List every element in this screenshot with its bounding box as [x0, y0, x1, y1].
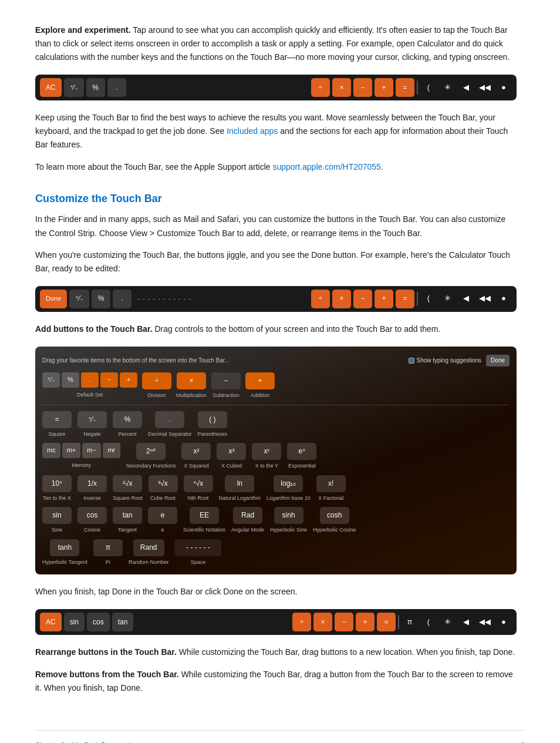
calc-decimal-btn[interactable]: .: [155, 411, 184, 428]
calc-tanh-btn[interactable]: tanh: [50, 539, 79, 556]
tb3-sub-btn[interactable]: −: [335, 613, 353, 631]
calc-done-button[interactable]: Done: [486, 355, 510, 367]
tb-vol-icon[interactable]: ◀◀: [477, 79, 493, 96]
apple-support-link[interactable]: support.apple.com/HT207055: [272, 162, 380, 172]
tb3-mul-btn[interactable]: ×: [313, 613, 332, 631]
calc-ln-btn[interactable]: ln: [225, 475, 254, 492]
calc-sub-btn[interactable]: −: [211, 372, 241, 389]
calc-ee-btn[interactable]: EE: [190, 507, 219, 524]
tb3-tan-btn[interactable]: tan: [112, 613, 134, 631]
calc-xsq-btn[interactable]: x²: [181, 443, 211, 460]
tb-neg-btn[interactable]: ⁺∕₋: [64, 78, 84, 97]
calc-drag-text: Drag your favorite items to the bottom o…: [42, 356, 230, 365]
intro-paragraph: Explore and experiment. Tap around to se…: [35, 23, 517, 64]
tb2-eq-btn[interactable]: =: [396, 290, 414, 308]
tb3-cos-btn[interactable]: cos: [87, 613, 110, 631]
tb-dot-btn[interactable]: .: [107, 78, 126, 97]
tb3-paren-icon[interactable]: (: [420, 614, 437, 630]
tb3-add-btn[interactable]: +: [356, 613, 375, 631]
calc-sin-btn[interactable]: sin: [42, 507, 72, 524]
tb3-back-icon[interactable]: ◀: [458, 614, 474, 630]
tb-eq-btn[interactable]: =: [396, 78, 414, 97]
calc-e-btn[interactable]: e: [148, 507, 177, 524]
calc-inv-label: Inverse: [83, 494, 101, 502]
tb3-sin-btn[interactable]: sin: [64, 613, 85, 631]
calc-ten-btn[interactable]: 10ˣ: [42, 475, 72, 492]
tb-mul-btn[interactable]: ×: [332, 78, 351, 97]
calc-div-btn[interactable]: ÷: [142, 372, 171, 389]
show-typing-checkbox[interactable]: Show typing suggestions: [409, 356, 481, 365]
calc-square-btn[interactable]: =: [42, 411, 72, 428]
calc-sqrt-btn[interactable]: ²√x: [113, 475, 142, 492]
calc-tb-add2[interactable]: +: [120, 372, 137, 388]
tb3-moon-icon[interactable]: ●: [495, 614, 512, 630]
calc-rad-btn[interactable]: Rad: [233, 507, 262, 524]
touchbar-calculator-plain: AC ⁺∕₋ % . ÷ × − + = ( ✳ ◀ ◀◀ ●: [35, 75, 517, 100]
calc-add-btn[interactable]: +: [245, 372, 275, 389]
calc-tb-neg[interactable]: ⁺∕₋: [42, 372, 60, 388]
tb2-neg-btn[interactable]: ⁺∕₋: [69, 290, 89, 308]
tb2-star-icon[interactable]: ✳: [439, 291, 456, 307]
calc-fact-btn[interactable]: x!: [316, 475, 346, 492]
tb3-vol-icon[interactable]: ◀◀: [477, 614, 493, 630]
tb2-moon-icon[interactable]: ●: [495, 291, 512, 307]
tb3-div-btn[interactable]: ÷: [292, 613, 311, 631]
calc-tb-sub2[interactable]: −: [100, 372, 118, 388]
calc-xtoy-btn[interactable]: xʸ: [252, 443, 281, 460]
calc-percent-btn[interactable]: %: [113, 411, 142, 428]
tb-moon-icon[interactable]: ●: [495, 79, 512, 96]
calc-tb-dot[interactable]: .: [81, 372, 99, 388]
tb-pct-btn[interactable]: %: [86, 78, 105, 97]
tb2-add-btn[interactable]: +: [375, 290, 393, 308]
calc-rand-group: Rand Random Number: [129, 539, 169, 567]
calc-mp-btn[interactable]: m+: [62, 443, 81, 458]
tb-add-btn[interactable]: +: [375, 78, 393, 97]
tb-back-icon[interactable]: ◀: [458, 79, 474, 96]
tb-sub-btn[interactable]: −: [353, 78, 372, 97]
calc-div-label: Division: [147, 391, 166, 399]
calc-mul-btn[interactable]: ×: [177, 372, 206, 389]
calc-pi-btn[interactable]: π: [93, 539, 123, 556]
calc-percent-label: Percent: [118, 430, 136, 438]
calc-space-btn[interactable]: - - - - - -: [174, 539, 221, 556]
tb3-eq-btn[interactable]: =: [377, 613, 396, 631]
tb-star-icon[interactable]: ✳: [439, 79, 456, 96]
calc-inv-btn[interactable]: 1/x: [77, 475, 107, 492]
calc-log-btn[interactable]: log₁₀: [274, 475, 303, 492]
tb3-pi-icon[interactable]: π: [402, 614, 418, 630]
included-apps-link[interactable]: Included apps: [227, 126, 278, 136]
tb2-back-icon[interactable]: ◀: [458, 291, 474, 307]
tb2-dot-btn[interactable]: .: [113, 290, 131, 308]
calc-negate-btn[interactable]: ⁺∕₋: [77, 411, 107, 428]
calc-sinh-btn[interactable]: sinh: [274, 507, 303, 524]
calc-2nd-btn[interactable]: 2ⁿᵈ: [136, 443, 166, 460]
tb-ac-btn[interactable]: AC: [40, 78, 62, 97]
calc-mc-btn[interactable]: mc: [42, 443, 60, 458]
tb2-pct-btn[interactable]: %: [92, 290, 110, 308]
calc-cos-btn[interactable]: cos: [77, 507, 107, 524]
tb3-ac-btn[interactable]: AC: [40, 613, 62, 631]
tb-done-btn[interactable]: Done: [40, 290, 67, 308]
calc-tb-pct[interactable]: %: [62, 372, 79, 388]
calc-secondary-label: Secondary Functions: [126, 462, 176, 470]
tb2-mul-btn[interactable]: ×: [332, 290, 351, 308]
calc-tan-btn[interactable]: tan: [113, 507, 142, 524]
tb-paren-icon[interactable]: (: [420, 79, 437, 96]
calc-exp-btn[interactable]: eˣ: [287, 443, 316, 460]
calc-mm-btn[interactable]: m−: [82, 443, 101, 458]
tb2-vol-icon[interactable]: ◀◀: [477, 291, 493, 307]
tb2-sub-btn[interactable]: −: [353, 290, 372, 308]
calc-cbrt-btn[interactable]: ³√x: [149, 475, 178, 492]
calc-parens-btn[interactable]: ( ): [198, 411, 227, 428]
calc-sinh-label: Hyperbolic Sine: [270, 526, 307, 534]
calc-rand-btn[interactable]: Rand: [133, 539, 164, 556]
calc-xcub-btn[interactable]: x³: [217, 443, 246, 460]
tb3-star-icon[interactable]: ✳: [439, 614, 456, 630]
learn-more-text4: To learn more about the Touch Bar, see t…: [35, 162, 272, 172]
calc-mr-btn[interactable]: mr: [103, 443, 120, 458]
tb-div-btn[interactable]: ÷: [311, 78, 330, 97]
tb2-div-btn[interactable]: ÷: [311, 290, 330, 308]
calc-cosh-btn[interactable]: cosh: [320, 507, 349, 524]
calc-nthrt-btn[interactable]: ˣ√x: [184, 475, 213, 492]
tb2-paren-icon[interactable]: (: [420, 291, 437, 307]
